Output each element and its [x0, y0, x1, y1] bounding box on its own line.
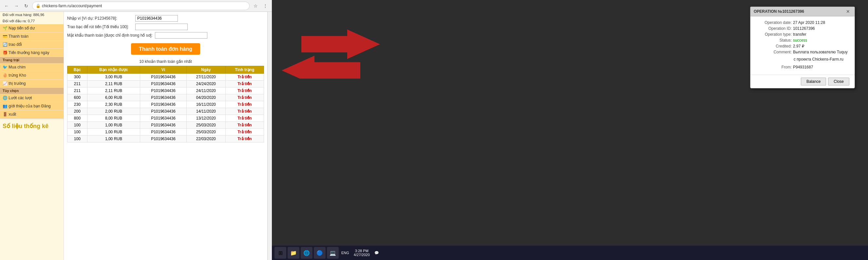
table-row[interactable]: 6006,00 RUBP101963443604/20/2020Trả tiền [67, 94, 264, 101]
cell-date-6: 13/12/2020 [186, 115, 225, 122]
cell-status-8: Trả tiền [225, 129, 264, 136]
sidebar-item-xuat[interactable]: 🚪 xuất [0, 110, 64, 119]
cell-wallet-3: P1019634436 [140, 94, 187, 101]
cell-amount-9: 1,00 RUB [87, 136, 140, 142]
taskbar-filemanager[interactable]: 📁 [287, 247, 299, 259]
sidebar-item-thiTruong[interactable]: 📈 thị trường [0, 79, 64, 88]
url-text: chickens-farm.ru/account/payment [42, 4, 102, 8]
col-silver: Bạc [67, 66, 88, 74]
cell-silver-1: 211 [67, 80, 88, 88]
close-button[interactable]: Close [828, 77, 849, 86]
sidebar-item-luot[interactable]: 🌐 Lướt các lượt [0, 94, 64, 102]
cell-status-1: Trả tiền [225, 80, 264, 88]
modal-label-comment: Comment: [756, 50, 792, 54]
input-wallet[interactable] [135, 15, 178, 22]
modal-label-id: Operation ID: [756, 26, 792, 31]
modal-header: OPERATION №1011267396 ✕ [750, 7, 855, 17]
modal-value-type: transfer [793, 32, 806, 37]
svg-marker-1 [282, 56, 360, 78]
modal-label-status: Status: [756, 38, 792, 42]
cell-date-2: 24/11/2020 [186, 88, 225, 94]
taskbar-icon4[interactable]: 💻 [327, 247, 339, 259]
cell-status-5: Trả tiền [225, 108, 264, 115]
taskbar-lang: ENG [341, 251, 349, 255]
sidebar-item-traodoi[interactable]: 🔄 trao đổi [0, 41, 64, 49]
taskbar-browser[interactable]: 🌐 [301, 247, 312, 259]
input-amount[interactable] [135, 24, 188, 30]
browser-content: Đối với mua hàng: 886,96 Đối với đầu ra:… [0, 12, 272, 260]
cell-silver-3: 600 [67, 94, 88, 101]
operation-modal: OPERATION №1011267396 ✕ Operation date: … [750, 6, 855, 89]
table-row[interactable]: 2302,30 RUBP101963443616/11/2020Trả tiền [67, 101, 264, 108]
sidebar-item-naptien[interactable]: 🌱 Nạp tiền số dư [0, 24, 64, 32]
arrows-svg [282, 26, 406, 78]
label-password: Mật khẩu thanh toán [được chỉ định trong… [67, 33, 152, 38]
cell-date-8: 25/03/2020 [186, 129, 225, 136]
taskbar-icon3[interactable]: 🔵 [314, 247, 326, 259]
modal-comment-line2: с проекта Chickens-Farm.ru [794, 57, 849, 62]
address-bar[interactable]: 🔒 chickens-farm.ru/account/payment [32, 2, 250, 10]
taskbar-clock: 3:28 PM 4/27/2020 [351, 249, 372, 257]
modal-close-button[interactable]: ✕ [845, 9, 851, 14]
refresh-button[interactable]: ↻ [22, 2, 30, 10]
cell-silver-4: 230 [67, 101, 88, 108]
modal-footer: Balance Close [750, 75, 855, 88]
modal-row-status: Status: success [756, 38, 849, 42]
back-button[interactable]: ← [3, 2, 10, 10]
section-trangTrai: Trang trại [0, 57, 64, 63]
scrollbar[interactable] [267, 12, 272, 260]
bookmark-button[interactable]: ☆ [252, 2, 259, 10]
cell-wallet-5: P1019634436 [140, 108, 187, 115]
sidebar-item-muachim[interactable]: 🐦 Mua chim [0, 63, 64, 71]
modal-row-from: From: P94931687 [756, 65, 849, 69]
svg-marker-0 [301, 30, 380, 59]
cell-amount-8: 1,00 RUB [87, 129, 140, 136]
modal-label-from: From: [756, 65, 792, 69]
cell-date-0: 27/11/2020 [186, 74, 225, 80]
cell-amount-0: 3,00 RUB [87, 74, 140, 80]
modal-label-type: Operation type: [756, 32, 792, 37]
payment-table: Bạc Bạn nhận được Ví Ngày Tình trạng 300… [67, 66, 264, 142]
table-row[interactable]: 1001,00 RUBP101963443622/03/2020Trả tiền [67, 136, 264, 142]
modal-value-credited: 2.97 ₽ [793, 44, 804, 48]
taskbar: ⊞ 📁 🌐 🔵 💻 ENG 3:28 PM 4/27/2020 💬 [272, 246, 868, 260]
table-row[interactable]: 2002,00 RUBP101963443614/11/2020Trả tiền [67, 108, 264, 115]
cell-amount-2: 2,11 RUB [87, 88, 140, 94]
sidebar-item-trungkho[interactable]: 🥚 trứng Kho [0, 71, 64, 79]
lock-icon: 🔒 [36, 4, 41, 8]
taskbar-notification-icon: 💬 [374, 251, 379, 255]
cell-amount-3: 6,00 RUB [87, 94, 140, 101]
cell-date-3: 04/20/2020 [186, 94, 225, 101]
sidebar-item-thuong[interactable]: 🎁 Tiền thưởng hàng ngày [0, 49, 64, 57]
forward-button[interactable]: → [12, 2, 20, 10]
cell-status-6: Trả tiền [225, 115, 264, 122]
cell-silver-8: 100 [67, 129, 88, 136]
table-row[interactable]: 3003,00 RUBP101963443627/11/2020Trả tiền [67, 74, 264, 80]
menu-button[interactable]: ⋮ [261, 2, 269, 10]
cell-status-3: Trả tiền [225, 94, 264, 101]
modal-value-id: 1011267396 [793, 26, 815, 31]
sidebar-item-thanhtoan[interactable]: 💳 Thanh toán [0, 32, 64, 41]
cell-date-1: 24/24/2020 [186, 80, 225, 88]
label-amount: Trao bạc để rút tiền [Tối thiếu 100]: [67, 25, 133, 29]
sidebar-item-gioithieu[interactable]: 👥 giới thiệu của bạn Đăng [0, 102, 64, 110]
modal-row-id: Operation ID: 1011267396 [756, 26, 849, 31]
table-row[interactable]: 1001,00 RUBP101963443625/03/2020Trả tiền [67, 129, 264, 136]
table-row[interactable]: 2112,11 RUBP101963443624/24/2020Trả tiền [67, 80, 264, 88]
balance-button[interactable]: Balance [801, 77, 826, 86]
table-row[interactable]: 1001,00 RUBP101963443625/03/2020Trả tiền [67, 122, 264, 129]
pay-button[interactable]: Thanh toán đơn hàng [131, 43, 200, 55]
taskbar-start[interactable]: ⊞ [275, 247, 286, 259]
col-wallet: Ví [140, 66, 187, 74]
input-password[interactable] [155, 32, 207, 39]
label-wallet: Nhập ví [Ví dụ: P12345678]: [67, 16, 133, 21]
table-row[interactable]: 8008,00 RUBP101963443613/12/2020Trả tiền [67, 115, 264, 122]
table-row[interactable]: 2112,11 RUBP101963443624/11/2020Trả tiền [67, 88, 264, 94]
section-tuychon: Tùy chọn [0, 88, 64, 94]
cell-status-9: Trả tiền [225, 136, 264, 142]
modal-value-status: success [793, 38, 807, 42]
cell-status-2: Trả tiền [225, 88, 264, 94]
cell-date-5: 14/11/2020 [186, 108, 225, 115]
cell-wallet-6: P1019634436 [140, 115, 187, 122]
cell-silver-5: 200 [67, 108, 88, 115]
